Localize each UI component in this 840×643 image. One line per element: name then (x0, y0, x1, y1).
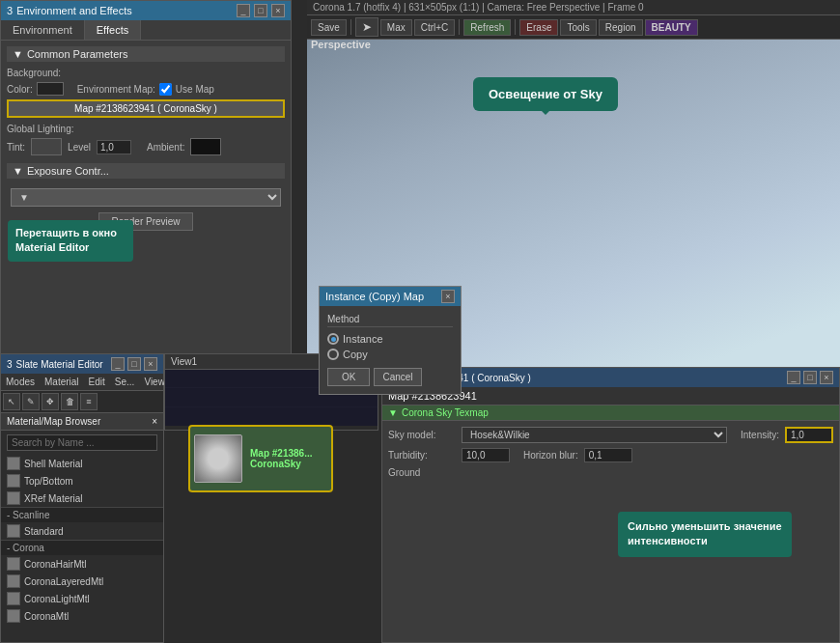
exposure-combo[interactable]: ▼ (11, 188, 281, 207)
color-label: Color: (7, 84, 33, 95)
minimize-button[interactable]: _ (237, 4, 250, 17)
slate-menu: Modes Material Edit Se... View Options T… (1, 374, 163, 391)
horizon-blur-label: Horizon blur: (523, 450, 578, 461)
erase-button[interactable]: Erase (519, 19, 558, 36)
beauty-button[interactable]: BEAUTY (645, 19, 698, 36)
intensity-input[interactable] (785, 427, 833, 443)
instance-buttons: OK Cancel (327, 368, 453, 386)
list-item-coronamtl[interactable]: CoronaMtl (1, 607, 163, 625)
refresh-button[interactable]: Refresh (463, 19, 511, 36)
slate-maximize[interactable]: □ (127, 357, 141, 371)
slate-close[interactable]: × (144, 357, 157, 371)
list-item-shell[interactable]: Shell Material (1, 455, 163, 472)
annotation-intensity: Сильно уменьшить значение интенсивности (618, 512, 792, 557)
map-name: Map #21386... (250, 448, 312, 459)
env-map-button[interactable]: Map #2138623941 ( CoronaSky ) (7, 99, 285, 118)
list-item-coronahair[interactable]: CoronaHairMtl (1, 555, 163, 573)
pointer-tool[interactable]: ↖ (3, 393, 20, 410)
map-type: CoronaSky (250, 459, 312, 469)
browser-title-label: Material/Map Browser (7, 416, 100, 427)
slate-view-label: View1 (171, 356, 197, 367)
instance-title: Instance (Copy) Map × (320, 287, 461, 306)
shell-label: Shell Material (24, 459, 83, 469)
shell-swatch (7, 457, 20, 470)
close-button[interactable]: × (271, 4, 285, 17)
method-label: Method (327, 314, 453, 327)
coronamtl-label: CoronaMtl (24, 611, 69, 622)
turbidity-input[interactable] (462, 448, 510, 462)
topbottom-label: Top/Bottom (24, 476, 73, 487)
instance-close-button[interactable]: × (441, 290, 455, 303)
tint-label: Tint: (7, 142, 25, 153)
copy-radio-label: Copy (343, 349, 368, 360)
list-item-coronalayered[interactable]: CoronaLayeredMtl (1, 573, 163, 590)
save-button[interactable]: Save (311, 19, 347, 36)
level-label: Level (68, 142, 91, 153)
instance-radio-label: Instance (343, 333, 383, 345)
more-tool[interactable]: ≡ (80, 393, 98, 410)
region-button[interactable]: Region (599, 19, 643, 36)
tools-button[interactable]: Tools (560, 19, 596, 36)
ambient-swatch[interactable] (190, 138, 221, 155)
browser-close-icon[interactable]: × (152, 416, 157, 427)
map-node[interactable]: Map #21386... CoronaSky (188, 425, 333, 492)
max-button[interactable]: Max (380, 19, 412, 36)
color-row: Color: Environment Map: Use Map (7, 82, 285, 96)
copy-radio[interactable] (327, 349, 339, 360)
instance-dialog: Instance (Copy) Map × Method Instance Co… (319, 286, 462, 395)
instance-radio[interactable] (327, 333, 339, 345)
map-fields: Sky model: Hosek&Wilkie Intensity: Turbi… (382, 421, 839, 489)
menu-material[interactable]: Material (41, 375, 83, 389)
global-lighting-label: Global Lighting: (7, 124, 285, 134)
map-props-maximize[interactable]: □ (803, 371, 817, 384)
tab-effects[interactable]: Effects (85, 20, 141, 40)
map-props-minimize[interactable]: _ (787, 371, 800, 384)
move-tool[interactable]: ✥ (42, 393, 59, 410)
standard-swatch (7, 524, 20, 538)
ok-button[interactable]: OK (327, 368, 370, 386)
menu-modes[interactable]: Modes (2, 375, 39, 389)
delete-tool[interactable]: 🗑 (61, 393, 78, 410)
coronalayered-label: CoronaLayeredMtl (24, 576, 103, 587)
sky-model-combo[interactable]: Hosek&Wilkie (462, 427, 727, 443)
menu-edit[interactable]: Edit (85, 375, 109, 389)
tab-environment[interactable]: Environment (1, 20, 85, 40)
arrow-icon[interactable]: ➤ (355, 17, 378, 37)
ctrl-c-button[interactable]: Ctrl+C (414, 19, 456, 36)
level-input[interactable]: 1,0 (97, 140, 131, 154)
turbidity-label: Turbidity: (388, 450, 456, 461)
env-icon: 3 (7, 5, 13, 16)
horizon-blur-input[interactable] (584, 448, 632, 462)
global-lighting-section: Global Lighting: Tint: Level 1,0 Ambient… (7, 124, 285, 155)
menu-se[interactable]: Se... (111, 375, 139, 389)
title-left: 3 Environment and Effects (7, 5, 132, 16)
map-props-close[interactable]: × (820, 371, 833, 384)
slate-minimize[interactable]: _ (111, 357, 125, 371)
browser-title: Material/Map Browser × (1, 413, 163, 431)
env-title: Environment and Effects (16, 5, 132, 16)
env-map-row: Map #2138623941 ( CoronaSky ) (7, 99, 285, 118)
color-swatch[interactable] (37, 82, 64, 96)
tint-swatch[interactable] (31, 138, 62, 155)
list-item-xref[interactable]: XRef Material (1, 489, 163, 507)
perspective-label: Perspective (311, 39, 371, 50)
env-map-label: Environment Map: (77, 84, 155, 95)
browser-search-input[interactable] (7, 434, 157, 451)
pencil-tool[interactable]: ✎ (22, 393, 40, 410)
list-item-standard[interactable]: Standard (1, 522, 163, 540)
standard-label: Standard (24, 526, 64, 537)
maximize-button[interactable]: □ (254, 4, 267, 17)
win-controls: _ □ × (237, 4, 285, 17)
sky-model-row: Sky model: Hosek&Wilkie Intensity: (388, 427, 833, 443)
use-map-checkbox[interactable] (159, 83, 172, 96)
list-item-topbottom[interactable]: Top/Bottom (1, 472, 163, 489)
browser-list: Shell Material Top/Bottom XRef Material … (1, 455, 163, 625)
coronalight-swatch (7, 592, 20, 605)
separator-3 (515, 19, 516, 35)
common-params-header: ▼ Common Parameters (7, 46, 285, 62)
separator-1 (350, 19, 351, 35)
use-map-label: Use Map (176, 84, 214, 95)
cancel-button[interactable]: Cancel (374, 368, 421, 386)
coronahair-swatch (7, 557, 20, 571)
list-item-coronalight[interactable]: CoronaLightMtl (1, 590, 163, 607)
